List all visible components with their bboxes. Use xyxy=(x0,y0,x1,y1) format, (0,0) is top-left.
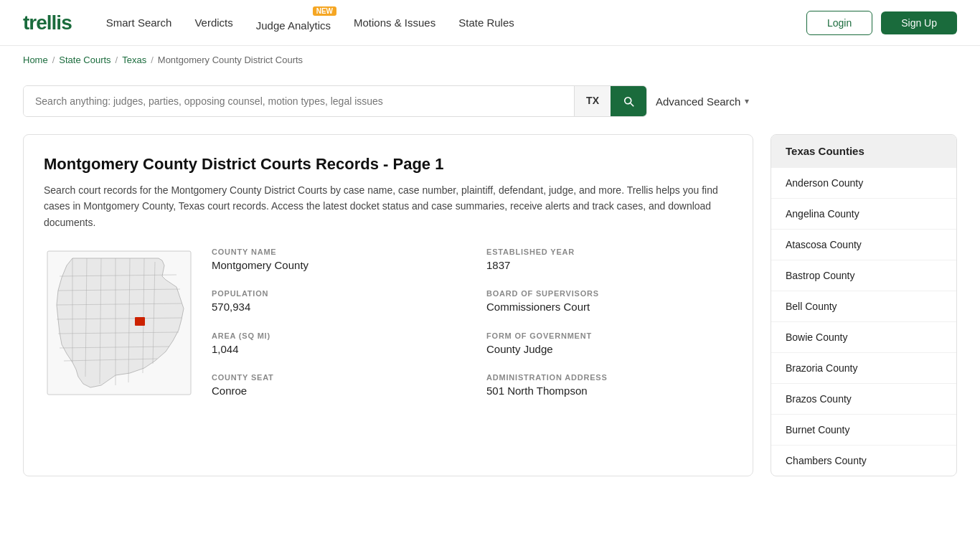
advanced-search[interactable]: Advanced Search ▾ xyxy=(656,95,749,108)
seat-label: COUNTY SEAT xyxy=(212,373,458,382)
county-details: COUNTY NAME Montgomery County ESTABLISHE… xyxy=(212,248,732,400)
page-title: Montgomery County District Courts Record… xyxy=(44,155,732,174)
breadcrumb: Home / State Courts / Texas / Montgomery… xyxy=(0,46,980,74)
header-actions: Login Sign Up xyxy=(806,11,957,35)
sidebar-item-brazos[interactable]: Brazos County xyxy=(771,383,956,414)
population-value: 570,934 xyxy=(212,301,458,313)
sidebar-item-atascosa[interactable]: Atascosa County xyxy=(771,229,956,260)
breadcrumb-sep2: / xyxy=(116,55,118,65)
seat-value: Conroe xyxy=(212,385,458,397)
breadcrumb-sep3: / xyxy=(151,55,154,65)
signup-button[interactable]: Sign Up xyxy=(881,11,957,34)
search-button[interactable] xyxy=(611,86,646,116)
established-value: 1837 xyxy=(486,259,732,271)
sidebar-item-angelina[interactable]: Angelina County xyxy=(771,198,956,229)
sidebar: Texas Counties Anderson County Angelina … xyxy=(771,134,957,476)
header: trellis Smart Search Verdicts NEW Judge … xyxy=(0,0,980,46)
breadcrumb-state-courts[interactable]: State Courts xyxy=(59,55,110,65)
sidebar-item-burnet[interactable]: Burnet County xyxy=(771,414,956,445)
sidebar-item-bell[interactable]: Bell County xyxy=(771,291,956,321)
sidebar-item-bowie[interactable]: Bowie County xyxy=(771,321,956,352)
nav-judge-analytics[interactable]: NEW Judge Analytics xyxy=(256,14,331,32)
county-info: COUNTY NAME Montgomery County ESTABLISHE… xyxy=(44,248,732,400)
search-icon xyxy=(622,95,635,108)
board-label: BOARD OF SUPERVISORS xyxy=(486,289,732,298)
nav-smart-search[interactable]: Smart Search xyxy=(106,17,172,29)
established-group: ESTABLISHED YEAR 1837 xyxy=(486,248,732,275)
content-card: Montgomery County District Courts Record… xyxy=(23,134,753,476)
county-map xyxy=(44,248,194,400)
area-label: AREA (SQ MI) xyxy=(212,331,458,340)
sidebar-item-anderson[interactable]: Anderson County xyxy=(771,167,956,198)
address-group: ADMINISTRATION ADDRESS 501 North Thompso… xyxy=(486,373,732,400)
government-group: FORM OF GOVERNMENT County Judge xyxy=(486,331,732,359)
svg-point-16 xyxy=(136,318,143,325)
nav-state-rules[interactable]: State Rules xyxy=(458,17,514,29)
new-badge: NEW xyxy=(313,6,336,16)
address-label: ADMINISTRATION ADDRESS xyxy=(486,373,732,382)
search-section: TX Advanced Search ▾ xyxy=(0,74,980,134)
sidebar-header: Texas Counties xyxy=(771,135,956,167)
established-label: ESTABLISHED YEAR xyxy=(486,248,732,256)
breadcrumb-home[interactable]: Home xyxy=(23,55,48,65)
search-box: TX xyxy=(23,85,647,117)
chevron-down-icon: ▾ xyxy=(745,96,749,106)
county-name-group: COUNTY NAME Montgomery County xyxy=(212,248,458,275)
logo[interactable]: trellis xyxy=(23,11,72,34)
board-value: Commissioners Court xyxy=(486,301,732,313)
address-value: 501 North Thompson xyxy=(486,385,732,397)
area-value: 1,044 xyxy=(212,343,458,355)
page-description: Search court records for the Montgomery … xyxy=(44,182,732,230)
area-group: AREA (SQ MI) 1,044 xyxy=(212,331,458,359)
search-input[interactable] xyxy=(24,86,574,116)
nav-verdicts[interactable]: Verdicts xyxy=(194,17,232,29)
main-layout: Montgomery County District Courts Record… xyxy=(0,134,980,476)
texas-map xyxy=(44,248,194,398)
government-value: County Judge xyxy=(486,343,732,355)
sidebar-item-bastrop[interactable]: Bastrop County xyxy=(771,260,956,291)
search-state: TX xyxy=(574,86,611,116)
sidebar-item-chambers[interactable]: Chambers County xyxy=(771,445,956,476)
population-label: POPULATION xyxy=(212,289,458,298)
login-button[interactable]: Login xyxy=(806,11,872,35)
board-group: BOARD OF SUPERVISORS Commissioners Court xyxy=(486,289,732,316)
seat-group: COUNTY SEAT Conroe xyxy=(212,373,458,400)
government-label: FORM OF GOVERNMENT xyxy=(486,331,732,340)
breadcrumb-sep1: / xyxy=(52,55,55,65)
county-name-value: Montgomery County xyxy=(212,259,458,271)
nav-motions[interactable]: Motions & Issues xyxy=(354,17,435,29)
sidebar-item-brazoria[interactable]: Brazoria County xyxy=(771,352,956,383)
main-nav: Smart Search Verdicts NEW Judge Analytic… xyxy=(106,14,514,32)
breadcrumb-current: Montgomery County District Courts xyxy=(158,55,303,65)
breadcrumb-state[interactable]: Texas xyxy=(122,55,146,65)
county-name-label: COUNTY NAME xyxy=(212,248,458,256)
population-group: POPULATION 570,934 xyxy=(212,289,458,316)
